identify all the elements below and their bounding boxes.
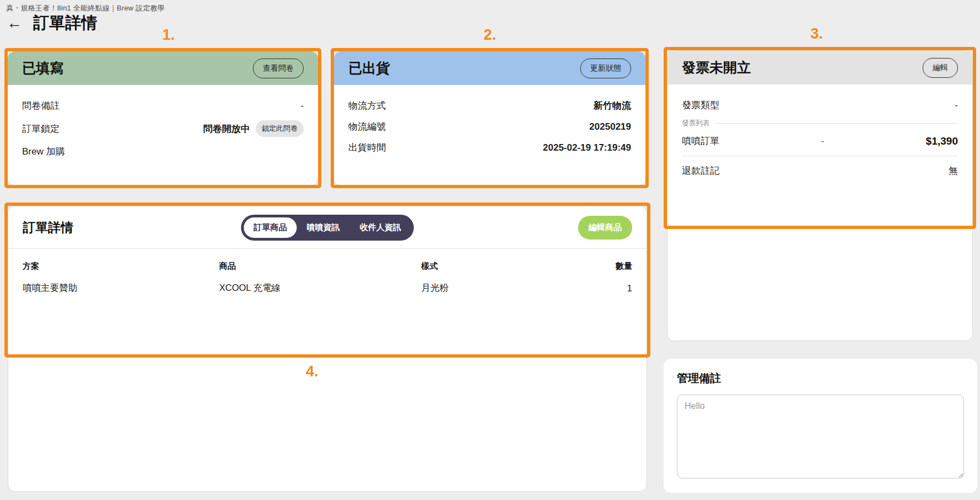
invoice-card: 發票未開立 編輯 發票類型 - 發票列表 噴噴訂單 - $1,390 退款註記 … — [667, 50, 973, 341]
row-label: 物流編號 — [348, 120, 386, 133]
invoice-card-header: 發票未開立 編輯 — [668, 51, 972, 84]
shipping-card-header: 已出貨 更新狀態 — [334, 51, 645, 85]
row-value: 20250219 — [589, 121, 631, 132]
annotation-label-1: 1. — [162, 26, 175, 44]
page-header: ← 訂單詳情 — [7, 12, 97, 34]
row-label: 噴噴訂單 — [682, 135, 719, 147]
shipping-card: 已出貨 更新狀態 物流方式 新竹物流 物流編號 20250219 出貨時間 20… — [334, 51, 645, 185]
tab-order-products[interactable]: 訂單商品 — [244, 217, 297, 238]
page-title: 訂單詳情 — [33, 12, 97, 34]
invoice-list-divider: 發票列表 — [682, 119, 958, 128]
row-label: 問卷備註 — [22, 99, 60, 112]
shipping-card-title: 已出貨 — [348, 59, 390, 77]
row-value: 新竹物流 — [594, 99, 631, 112]
row-label: 物流方式 — [348, 99, 386, 112]
cell-quantity: 1 — [594, 283, 632, 294]
column-header-quantity: 數量 — [594, 261, 632, 272]
row-value: 無 — [949, 164, 958, 177]
brew-addon-row: Brew 加購 — [22, 145, 304, 158]
invoice-order-row: 噴噴訂單 - $1,390 — [682, 135, 958, 156]
cell-plan: 噴噴主要贊助 — [23, 282, 219, 294]
admin-notes-title: 管理備註 — [677, 371, 964, 386]
row-label: Brew 加購 — [22, 145, 65, 158]
tab-penpen-info[interactable]: 噴噴資訊 — [297, 217, 350, 238]
row-dash: - — [821, 136, 824, 147]
invoice-list-label: 發票列表 — [682, 119, 709, 128]
ship-time-row: 出貨時間 2025-02-19 17:19:49 — [348, 141, 631, 154]
row-value: 2025-02-19 17:19:49 — [543, 142, 631, 153]
lock-questionnaire-button[interactable]: 鎖定此問卷 — [256, 120, 304, 137]
table-header-row: 方案 商品 樣式 數量 — [23, 251, 632, 273]
order-details-header: 訂單詳情 訂單商品 噴噴資訊 收件人資訊 編輯商品 — [8, 206, 647, 249]
column-header-product: 商品 — [219, 261, 421, 272]
row-value: - — [300, 100, 304, 111]
row-label: 訂單鎖定 — [22, 123, 60, 135]
cell-style: 月光粉 — [421, 282, 594, 294]
order-lock-row: 訂單鎖定 問卷開放中 鎖定此問卷 — [22, 120, 304, 137]
admin-notes-textarea[interactable] — [677, 395, 964, 478]
questionnaire-card: 已填寫 查看問卷 問卷備註 - 訂單鎖定 問卷開放中 鎖定此問卷 Brew 加購 — [8, 51, 318, 185]
order-details-card: 訂單詳情 訂單商品 噴噴資訊 收件人資訊 編輯商品 方案 商品 樣式 數量 噴噴… — [8, 206, 647, 492]
column-header-plan: 方案 — [23, 261, 219, 272]
order-amount: $1,390 — [926, 135, 958, 147]
order-lock-status: 問卷開放中 — [203, 123, 250, 135]
annotation-label-2: 2. — [484, 26, 496, 44]
column-header-style: 樣式 — [421, 261, 594, 272]
annotation-label-3: 3. — [811, 25, 823, 42]
refund-note-row: 退款註記 無 — [682, 164, 958, 177]
view-questionnaire-button[interactable]: 查看問卷 — [253, 58, 304, 78]
invoice-type-row: 發票類型 - — [682, 99, 958, 111]
order-details-tabs: 訂單商品 噴噴資訊 收件人資訊 — [241, 215, 414, 241]
cell-product: XCOOL 充電線 — [219, 282, 421, 294]
tab-recipient-info[interactable]: 收件人資訊 — [350, 217, 411, 238]
questionnaire-card-title: 已填寫 — [22, 59, 63, 77]
back-arrow-icon[interactable]: ← — [7, 15, 22, 31]
edit-products-button[interactable]: 編輯商品 — [578, 216, 632, 240]
order-products-table: 方案 商品 樣式 數量 噴噴主要贊助 XCOOL 充電線 月光粉 1 — [8, 249, 647, 306]
questionnaire-note-row: 問卷備註 - — [22, 99, 304, 112]
annotation-label-4: 4. — [306, 363, 319, 380]
invoice-card-title: 發票未開立 — [682, 58, 751, 77]
edit-invoice-button[interactable]: 編輯 — [923, 58, 958, 78]
row-label: 發票類型 — [682, 99, 719, 111]
admin-notes-card: 管理備註 — [664, 359, 977, 493]
logistics-method-row: 物流方式 新竹物流 — [348, 99, 631, 112]
row-label: 退款註記 — [682, 164, 719, 177]
update-status-button[interactable]: 更新狀態 — [580, 58, 631, 78]
questionnaire-card-header: 已填寫 查看問卷 — [8, 51, 318, 85]
order-details-title: 訂單詳情 — [23, 219, 73, 236]
row-label: 出貨時間 — [348, 141, 386, 154]
tracking-number-row: 物流編號 20250219 — [348, 120, 631, 133]
divider-line — [715, 123, 958, 124]
row-value: - — [955, 100, 958, 111]
table-row: 噴噴主要贊助 XCOOL 充電線 月光粉 1 — [23, 273, 632, 304]
